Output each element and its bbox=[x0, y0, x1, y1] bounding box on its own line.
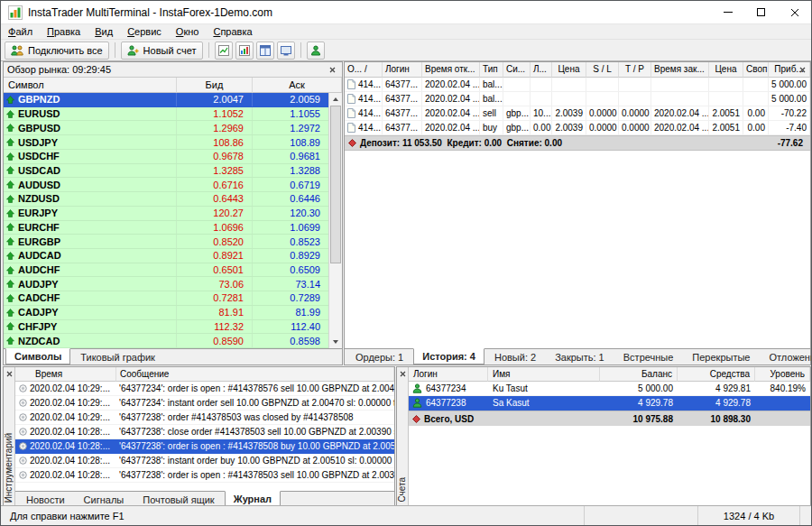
accounts-column-header[interactable]: Имя bbox=[488, 367, 600, 382]
market-watch-row[interactable]: CHFJPY112.32112.40 bbox=[4, 320, 328, 335]
journal-tab[interactable]: Сигналы bbox=[75, 492, 134, 506]
market-watch-row[interactable]: CADJPY81.9181.99 bbox=[4, 306, 328, 320]
orders-column-header[interactable]: Цена bbox=[709, 62, 743, 78]
orders-column-header[interactable]: Л... bbox=[531, 62, 552, 78]
journal-row[interactable]: 2020.02.04 10:29:...'64377238': order #4… bbox=[15, 411, 394, 425]
journal-row[interactable]: 2020.02.04 10:28:...'64377238': order is… bbox=[15, 468, 394, 483]
market-watch-row[interactable]: AUDCAD0.89210.8929 bbox=[4, 249, 328, 263]
accounts-close-button[interactable] bbox=[397, 368, 409, 380]
journal-tab[interactable]: Новости bbox=[17, 492, 74, 506]
orders-column-header[interactable]: Логин bbox=[383, 62, 422, 78]
minimize-button[interactable] bbox=[711, 1, 744, 24]
trader-button[interactable] bbox=[307, 42, 325, 60]
window-layout-button[interactable] bbox=[256, 42, 274, 60]
symbol-label: USDCAD bbox=[18, 165, 60, 176]
market-watch-column-header[interactable]: Аск bbox=[253, 78, 342, 93]
orders-tab[interactable]: Отложенный: 1 bbox=[761, 349, 812, 365]
market-watch-row[interactable]: USDCHF0.96780.9681 bbox=[4, 150, 328, 164]
orders-tab[interactable]: Встречные bbox=[614, 349, 683, 365]
market-watch-row[interactable]: CADCHF0.72810.7289 bbox=[4, 291, 328, 306]
window-title: InstaTrader MultiTerminal - InstaForex-1… bbox=[28, 6, 272, 19]
connect-all-button[interactable]: Подключить все bbox=[5, 42, 109, 60]
scroll-down-button[interactable] bbox=[329, 336, 342, 348]
orders-column-header[interactable]: Тип bbox=[480, 62, 503, 78]
journal-close-button[interactable] bbox=[4, 368, 15, 380]
menu-item[interactable]: Сервис bbox=[120, 24, 169, 39]
scroll-up-button[interactable] bbox=[329, 93, 342, 106]
orders-row[interactable]: 414...64377...2020.02.04 ...buygbp...0.0… bbox=[345, 121, 810, 135]
market-watch-row[interactable]: GBPNZD2.00472.0059 bbox=[4, 93, 328, 107]
market-watch-row[interactable]: AUDJPY73.0673.14 bbox=[4, 277, 328, 291]
journal-tab[interactable]: Журнал bbox=[225, 491, 281, 506]
market-watch-row[interactable]: NZDCAD0.85900.8598 bbox=[4, 334, 328, 348]
order-id: 414... bbox=[358, 93, 381, 105]
orders-column-header[interactable]: Своп bbox=[743, 62, 769, 78]
journal-tabs: НовостиСигналыПочтовый ящикЖурнал bbox=[15, 491, 394, 506]
market-watch-tab[interactable]: Символы bbox=[5, 348, 70, 365]
menu-item[interactable]: Окно bbox=[169, 24, 207, 39]
account-row[interactable]: 64377234Ku Tasut5 000.004 929.81840.19% bbox=[409, 382, 810, 396]
terminal-button[interactable] bbox=[277, 42, 295, 60]
scrollbar-thumb[interactable] bbox=[330, 106, 341, 263]
market-watch-tab[interactable]: Тиковый график bbox=[71, 349, 164, 365]
journal-tab[interactable]: Почтовый ящик bbox=[134, 492, 223, 506]
orders-column-header[interactable]: О... / bbox=[345, 62, 383, 78]
market-watch-row[interactable]: EURCHF1.06961.0699 bbox=[4, 221, 328, 235]
market-watch-row[interactable]: EURJPY120.27120.30 bbox=[4, 207, 328, 221]
orders-tab[interactable]: Перекрытые bbox=[683, 349, 759, 365]
journal-side-label: Инструментарий bbox=[4, 433, 15, 503]
orders-column-header[interactable]: Время зак... bbox=[651, 62, 709, 78]
orders-row[interactable]: 414...64377...2020.02.04 ...bal...5 000.… bbox=[345, 78, 810, 92]
account-row[interactable]: 64377238Sa Kasut4 929.784 929.78 bbox=[409, 396, 810, 411]
market-watch-row[interactable]: USDJPY108.86108.89 bbox=[4, 135, 328, 150]
market-watch-row[interactable]: USDCAD1.32851.3288 bbox=[4, 164, 328, 179]
orders-row[interactable]: 414...64377...2020.02.04 ...bal...5 000.… bbox=[345, 92, 810, 106]
market-watch-row[interactable]: NZDUSD0.64430.6446 bbox=[4, 192, 328, 207]
market-watch-row[interactable]: AUDCHF0.65010.6509 bbox=[4, 263, 328, 278]
journal-row[interactable]: 2020.02.04 10:28:...'64377238': order is… bbox=[15, 439, 394, 454]
orders-tab[interactable]: Ордеры: 1 bbox=[346, 349, 412, 365]
journal-row[interactable]: 2020.02.04 10:28:...'64377238': close or… bbox=[15, 425, 394, 439]
orders-column-header[interactable]: S / L bbox=[586, 62, 619, 78]
journal-row[interactable]: 2020.02.04 10:29:...'64377234': order is… bbox=[15, 382, 394, 396]
journal-row[interactable]: 2020.02.04 10:29:...'64377234': instant … bbox=[15, 396, 394, 411]
toolbar: Подключить все Новый счет bbox=[1, 40, 811, 61]
ask-cell: 0.6719 bbox=[253, 178, 328, 191]
market-watch-column-header[interactable]: Символ bbox=[4, 78, 177, 93]
market-watch-row[interactable]: AUDUSD0.67160.6719 bbox=[4, 178, 328, 192]
close-button[interactable] bbox=[778, 1, 811, 24]
orders-tab[interactable]: Закрыть: 1 bbox=[546, 349, 614, 365]
accounts-column-header[interactable]: Средства bbox=[678, 367, 755, 382]
market-watch-row[interactable]: EURGBP0.85200.8523 bbox=[4, 235, 328, 249]
menu-item[interactable]: Файл bbox=[1, 24, 40, 39]
market-watch-row[interactable]: GBPUSD1.29691.2972 bbox=[4, 121, 328, 135]
accounts-column-header[interactable]: Логин bbox=[409, 367, 488, 382]
tick-chart-button[interactable] bbox=[215, 42, 233, 60]
orders-column-header[interactable]: Цена bbox=[552, 62, 586, 78]
orders-close-button[interactable] bbox=[797, 64, 808, 76]
market-watch-close-button[interactable] bbox=[327, 64, 338, 76]
orders-column-header[interactable]: T / P bbox=[619, 62, 651, 78]
orders-column-header[interactable]: Си... bbox=[503, 62, 531, 78]
journal-column-header[interactable]: Сообщение bbox=[116, 367, 394, 382]
journal-column-header[interactable]: Время bbox=[15, 367, 116, 382]
accounts-column-header[interactable]: Баланс bbox=[600, 367, 678, 382]
orders-column-header[interactable]: Время отк... bbox=[422, 62, 480, 78]
order-doc-icon bbox=[347, 79, 355, 89]
orders-tab[interactable]: Новый: 2 bbox=[485, 349, 545, 365]
orders-cell bbox=[531, 78, 552, 91]
market-watch-column-header[interactable]: Бид bbox=[177, 78, 253, 93]
orders-tab[interactable]: История: 4 bbox=[413, 348, 484, 365]
menu-item[interactable]: Справка bbox=[206, 24, 259, 39]
market-watch-scrollbar[interactable] bbox=[328, 93, 342, 348]
menu-item[interactable]: Правка bbox=[40, 24, 88, 39]
accounts-column-header[interactable]: Уровень bbox=[755, 367, 810, 382]
market-watch-row[interactable]: EURUSD1.10521.1055 bbox=[4, 107, 328, 122]
journal-row[interactable]: 2020.02.04 10:28:...'64377238': instant … bbox=[15, 454, 394, 468]
maximize-button[interactable] bbox=[744, 1, 778, 24]
maximize-icon bbox=[757, 8, 765, 16]
orders-row[interactable]: 414...64377...2020.02.04 ...sellgbp...10… bbox=[345, 106, 810, 121]
new-account-button[interactable]: Новый счет bbox=[121, 42, 203, 60]
menu-item[interactable]: Вид bbox=[88, 24, 120, 39]
candle-chart-button[interactable] bbox=[235, 42, 254, 60]
